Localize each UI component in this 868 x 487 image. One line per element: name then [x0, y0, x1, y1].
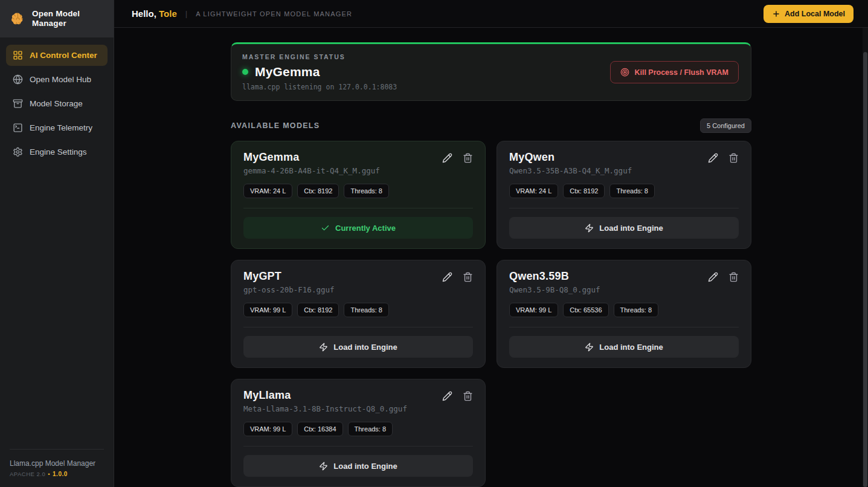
model-cards-grid: MyGemma gemma-4-26B-A4B-it-Q4_K_M.gguf V… [231, 141, 751, 487]
terminal-icon [13, 123, 23, 133]
vram-badge: VRAM: 99 L [243, 303, 292, 317]
threads-badge: Threads: 8 [344, 184, 389, 198]
scrollbar-thumb[interactable] [863, 52, 867, 487]
model-name: Qwen3.59B [509, 270, 600, 283]
divider [243, 446, 473, 447]
action-label: Currently Active [335, 224, 396, 233]
version-label: 1.0.0 [53, 471, 68, 477]
footer-title: Llama.cpp Model Manager [10, 459, 104, 468]
divider [243, 208, 473, 208]
sidebar-item-engine-telemetry[interactable]: Engine Telemetry [6, 117, 108, 138]
model-name: MyQwen [509, 151, 632, 164]
trash-icon [463, 153, 473, 163]
brain-logo-icon [10, 11, 26, 27]
app-tagline: A LIGHTWEIGHT OPEN MODEL MANAGER [196, 10, 352, 18]
sidebar-footer: Llama.cpp Model Manager APACHE 2.0 • 1.0… [0, 440, 114, 487]
load-into-engine-button[interactable]: Load into Engine [243, 336, 473, 358]
footer-meta: APACHE 2.0 • 1.0.0 [10, 471, 104, 477]
master-engine-status-card: MASTER ENGINE STATUS MyGemma llama.cpp l… [231, 42, 751, 101]
app-title: Open Model Manager [32, 9, 104, 28]
available-models-header: AVAILABLE MODELS 5 Configured [231, 118, 751, 133]
divider [509, 327, 739, 327]
ctx-badge: Ctx: 16384 [297, 422, 342, 436]
load-into-engine-button[interactable]: Load into Engine [509, 336, 739, 358]
model-card-qwen359b: Qwen3.59B Qwen3.5-9B-Q8_0.gguf VRAM: 99 … [497, 260, 751, 368]
pencil-icon [442, 153, 452, 163]
engine-status-label: MASTER ENGINE STATUS [242, 53, 397, 60]
load-into-engine-button[interactable]: Load into Engine [509, 217, 739, 239]
ctx-badge: Ctx: 8192 [563, 184, 605, 198]
sidebar-item-ai-control-center[interactable]: AI Control Center [6, 45, 108, 66]
pencil-icon [708, 272, 718, 282]
zap-icon [319, 462, 328, 471]
zap-icon [585, 343, 594, 352]
sidebar-item-model-storage[interactable]: Model Storage [6, 93, 108, 114]
engine-listening-address: llama.cpp listening on 127.0.0.1:8083 [242, 83, 397, 91]
threads-badge: Threads: 8 [344, 303, 389, 317]
model-name: MyGemma [243, 151, 380, 164]
main-area: Hello, Tole | A LIGHTWEIGHT OPEN MODEL M… [114, 0, 868, 487]
edit-model-button[interactable] [442, 272, 452, 282]
trash-icon [728, 153, 739, 163]
edit-model-button[interactable] [708, 153, 718, 163]
sidebar-item-label: Open Model Hub [30, 75, 91, 84]
load-into-engine-button[interactable]: Load into Engine [243, 455, 473, 477]
edit-model-button[interactable] [442, 153, 452, 163]
trash-icon [728, 272, 739, 282]
active-engine-model-name: MyGemma [255, 65, 320, 79]
sidebar-item-label: Engine Telemetry [30, 123, 92, 132]
delete-model-button[interactable] [463, 153, 473, 163]
separator-dot: • [48, 471, 50, 477]
model-info: MyLlama Meta-Llama-3.1-8B-Instruct-Q8_0.… [243, 389, 407, 413]
add-button-label: Add Local Model [785, 10, 845, 18]
delete-model-button[interactable] [728, 272, 739, 282]
threads-badge: Threads: 8 [614, 303, 659, 317]
vram-badge: VRAM: 24 L [243, 184, 292, 198]
sidebar-item-open-model-hub[interactable]: Open Model Hub [6, 69, 108, 90]
sidebar-item-engine-settings[interactable]: Engine Settings [6, 141, 108, 163]
add-local-model-button[interactable]: Add Local Model [764, 5, 854, 23]
model-filename: Meta-Llama-3.1-8B-Instruct-Q8_0.gguf [243, 404, 407, 413]
archive-icon [13, 98, 23, 109]
content-column: MASTER ENGINE STATUS MyGemma llama.cpp l… [231, 28, 751, 487]
model-card-mygemma: MyGemma gemma-4-26B-A4B-it-Q4_K_M.gguf V… [231, 141, 486, 249]
greeting-text: Hello, Tole [132, 8, 177, 19]
edit-model-button[interactable] [442, 391, 452, 401]
globe-icon [13, 74, 23, 85]
top-bar: Hello, Tole | A LIGHTWEIGHT OPEN MODEL M… [114, 0, 868, 28]
target-icon [620, 68, 629, 77]
greeting: Hello, Tole | A LIGHTWEIGHT OPEN MODEL M… [132, 8, 352, 19]
sidebar-item-label: AI Control Center [30, 51, 97, 60]
action-label: Load into Engine [599, 343, 663, 352]
separator-bar: | [185, 9, 187, 18]
model-filename: Qwen3.5-35B-A3B-Q4_K_M.gguf [509, 166, 632, 175]
currently-active-button[interactable]: Currently Active [243, 217, 473, 239]
vram-badge: VRAM: 99 L [509, 303, 558, 317]
ctx-badge: Ctx: 8192 [297, 303, 339, 317]
vram-badge: VRAM: 99 L [243, 422, 292, 436]
zap-icon [319, 343, 328, 352]
check-icon [321, 224, 330, 233]
model-filename: gpt-oss-20b-F16.gguf [243, 285, 335, 294]
model-info: MyQwen Qwen3.5-35B-A3B-Q4_K_M.gguf [509, 151, 632, 175]
kill-process-button[interactable]: Kill Process / Flush VRAM [610, 61, 739, 83]
threads-badge: Threads: 8 [348, 422, 393, 436]
delete-model-button[interactable] [728, 153, 739, 163]
pencil-icon [442, 272, 452, 282]
zap-icon [585, 224, 594, 233]
model-info: MyGemma gemma-4-26B-A4B-it-Q4_K_M.gguf [243, 151, 380, 175]
delete-model-button[interactable] [463, 272, 473, 282]
trash-icon [463, 272, 473, 282]
model-info: MyGPT gpt-oss-20b-F16.gguf [243, 270, 335, 294]
gear-icon [13, 147, 23, 157]
ctx-badge: Ctx: 8192 [297, 184, 339, 198]
configured-count-badge: 5 Configured [700, 118, 751, 133]
greeting-prefix: Hello, [132, 8, 156, 19]
edit-model-button[interactable] [708, 272, 718, 282]
model-filename: gemma-4-26B-A4B-it-Q4_K_M.gguf [243, 166, 380, 175]
model-card-mygpt: MyGPT gpt-oss-20b-F16.gguf VRAM: 99 L Ct… [231, 260, 486, 368]
delete-model-button[interactable] [463, 391, 473, 401]
model-info: Qwen3.59B Qwen3.5-9B-Q8_0.gguf [509, 270, 600, 294]
vertical-scrollbar[interactable] [863, 28, 868, 487]
engine-status-info: MASTER ENGINE STATUS MyGemma llama.cpp l… [242, 53, 397, 91]
